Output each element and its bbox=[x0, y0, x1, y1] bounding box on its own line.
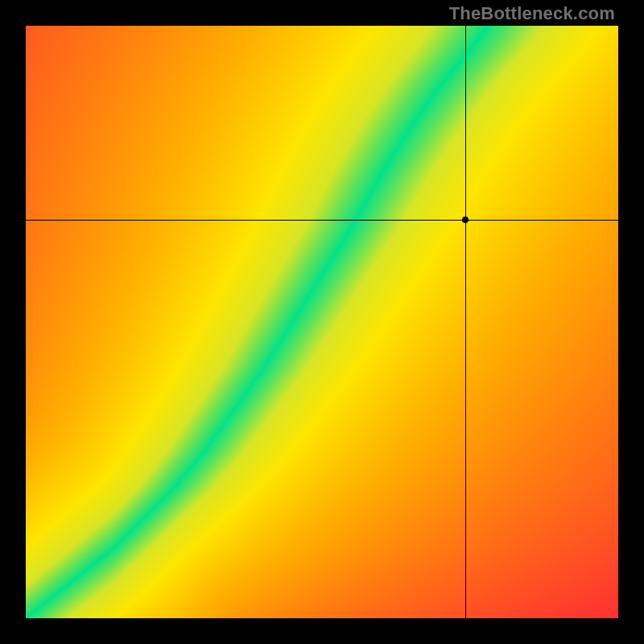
heatmap-plot bbox=[26, 26, 618, 618]
watermark-text: TheBottleneck.com bbox=[449, 3, 615, 24]
chart-frame: TheBottleneck.com bbox=[0, 0, 644, 644]
marker-dot bbox=[462, 217, 469, 223]
heatmap-canvas bbox=[26, 26, 618, 618]
crosshair-vertical bbox=[465, 26, 466, 618]
crosshair-horizontal bbox=[26, 220, 618, 221]
